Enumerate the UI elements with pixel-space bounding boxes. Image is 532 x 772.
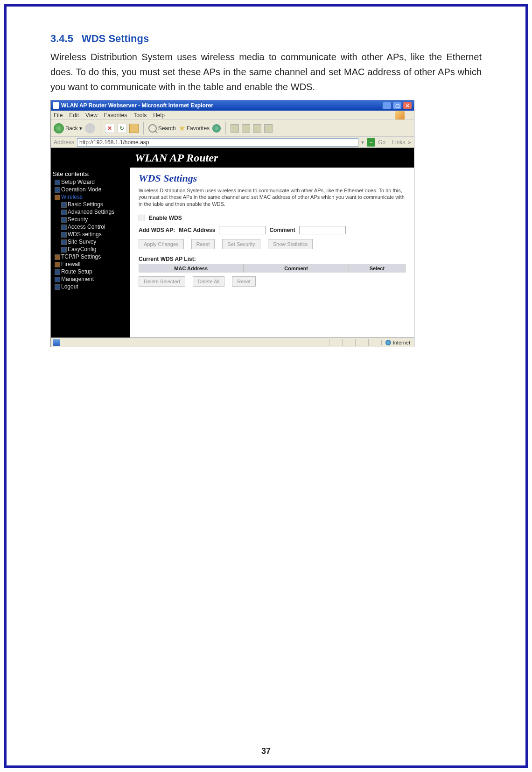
menu-tools[interactable]: Tools xyxy=(133,112,147,119)
set-security-button[interactable]: Set Security xyxy=(222,239,260,249)
back-button[interactable]: Back ▾ xyxy=(54,123,82,133)
globe-icon xyxy=(385,340,391,345)
toolbar: Back ▾ ✕ ↻ Search ★Favorites xyxy=(51,120,414,137)
sidebar-item-logout[interactable]: Logout xyxy=(53,283,128,290)
comment-label: Comment xyxy=(269,227,295,233)
show-statistics-button[interactable]: Show Statistics xyxy=(268,239,313,249)
search-icon xyxy=(148,124,157,133)
sidebar-item-setup-wizard[interactable]: Setup Wizard xyxy=(53,178,128,186)
minimize-button[interactable]: _ xyxy=(382,102,392,109)
address-bar: Address http://192.168.1.1/home.asp ▾ → … xyxy=(51,137,414,148)
menu-edit[interactable]: Edit xyxy=(69,112,79,119)
enable-wds-label: Enable WDS xyxy=(149,215,182,221)
sidebar-item-firewall[interactable]: Firewall xyxy=(53,260,128,268)
add-wds-label: Add WDS AP: xyxy=(139,227,175,233)
edit-button[interactable] xyxy=(264,124,273,133)
sidebar-item-site-survey[interactable]: Site Survey xyxy=(53,238,128,246)
address-label: Address xyxy=(54,139,74,146)
maximize-button[interactable]: ▢ xyxy=(392,102,402,109)
sidebar-item-basic-settings[interactable]: Basic Settings xyxy=(53,201,128,208)
back-icon xyxy=(54,123,64,133)
sidebar-item-access-control[interactable]: Access Control xyxy=(53,223,128,231)
sidebar-item-easyconfig[interactable]: EasyConfig xyxy=(53,246,128,253)
menu-view[interactable]: View xyxy=(85,112,98,119)
sidebar-item-security[interactable]: Security xyxy=(53,216,128,223)
sidebar-item-management[interactable]: Management xyxy=(53,275,128,283)
page-number: 37 xyxy=(0,746,532,756)
reset-button[interactable]: Reset xyxy=(191,239,215,249)
address-input[interactable]: http://192.168.1.1/home.asp xyxy=(77,138,358,147)
menu-help[interactable]: Help xyxy=(153,112,165,119)
th-mac: MAC Address xyxy=(139,264,244,273)
links-label[interactable]: Links xyxy=(392,139,405,146)
search-button[interactable]: Search xyxy=(148,124,176,133)
sidebar-root: Site contents: xyxy=(53,170,128,177)
forward-button[interactable] xyxy=(85,123,95,133)
sidebar-item-operation-mode[interactable]: Operation Mode xyxy=(53,186,128,193)
go-button[interactable]: → xyxy=(367,138,375,147)
delete-selected-button[interactable]: Delete Selected xyxy=(139,276,185,287)
go-label: Go xyxy=(378,139,385,146)
page-title: WDS Settings xyxy=(139,172,406,184)
reset-list-button[interactable]: Reset xyxy=(232,276,256,287)
media-button[interactable] xyxy=(212,124,221,133)
comment-input[interactable] xyxy=(299,226,346,234)
sidebar: Site contents: Setup Wizard Operation Mo… xyxy=(51,168,130,337)
window-title: WLAN AP Router Webserver - Microsoft Int… xyxy=(61,102,213,109)
close-button[interactable]: ✕ xyxy=(403,102,412,109)
list-heading: Current WDS AP List: xyxy=(139,256,406,262)
throbber-icon xyxy=(395,111,405,119)
sidebar-item-wireless[interactable]: Wireless xyxy=(53,193,128,201)
titlebar: WLAN AP Router Webserver - Microsoft Int… xyxy=(51,100,414,111)
ie-status-icon xyxy=(53,339,60,346)
stop-button[interactable]: ✕ xyxy=(105,124,114,133)
section-title: WDS Settings xyxy=(82,33,149,44)
sidebar-item-advanced-settings[interactable]: Advanced Settings xyxy=(53,208,128,216)
zone-indicator: Internet xyxy=(381,340,414,345)
mac-label: MAC Address xyxy=(179,227,215,233)
enable-wds-checkbox[interactable] xyxy=(139,215,145,221)
menu-file[interactable]: File xyxy=(54,112,63,119)
menu-favorites[interactable]: Favorites xyxy=(104,112,127,119)
history-button[interactable] xyxy=(231,124,239,133)
menubar: File Edit View Favorites Tools Help xyxy=(51,111,414,120)
sidebar-item-tcpip[interactable]: TCP/IP Settings xyxy=(53,253,128,260)
home-button[interactable] xyxy=(129,124,139,133)
mail-button[interactable] xyxy=(242,124,250,133)
sidebar-item-route-setup[interactable]: Route Setup xyxy=(53,268,128,275)
sidebar-item-wds-settings[interactable]: WDS settings xyxy=(53,231,128,238)
wds-table-header: MAC Address Comment Select xyxy=(139,264,406,273)
app-banner: WLAN AP Router xyxy=(51,148,414,168)
refresh-button[interactable]: ↻ xyxy=(117,124,126,133)
print-button[interactable] xyxy=(253,124,261,133)
browser-window: WLAN AP Router Webserver - Microsoft Int… xyxy=(50,100,414,347)
th-comment: Comment xyxy=(244,264,349,273)
favorites-button[interactable]: ★Favorites xyxy=(179,124,210,133)
body-paragraph: Wireless Distribution System uses wirele… xyxy=(50,49,482,94)
statusbar: Internet xyxy=(51,337,414,347)
th-select: Select xyxy=(349,264,406,273)
mac-input[interactable] xyxy=(219,226,266,234)
star-icon: ★ xyxy=(179,124,185,133)
page-description: Wireless Distribution System uses wirele… xyxy=(139,187,406,207)
delete-all-button[interactable]: Delete All xyxy=(193,276,224,287)
main-panel: WDS Settings Wireless Distribution Syste… xyxy=(130,168,414,337)
apply-changes-button[interactable]: Apply Changes xyxy=(139,239,184,249)
ie-icon xyxy=(53,102,59,109)
section-heading: 3.4.5WDS Settings xyxy=(50,33,482,45)
section-number: 3.4.5 xyxy=(50,33,73,44)
